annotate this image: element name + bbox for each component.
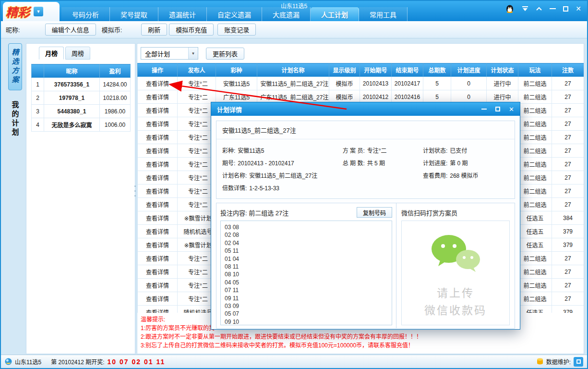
view-details-link[interactable]: 查看详情 xyxy=(138,158,178,171)
draw-numbers: 10 07 02 01 11 xyxy=(108,358,166,366)
view-details-link[interactable]: 查看详情 xyxy=(138,306,178,313)
detail-field-1-1: 彩种:安徽11选5 xyxy=(222,146,343,154)
ranking-row: 35448380_11986.00 xyxy=(32,105,131,118)
view-details-link[interactable]: 查看详情 xyxy=(138,279,178,292)
panel-splitter[interactable] xyxy=(133,170,136,211)
plan-publisher: 专注°二 xyxy=(178,117,216,131)
nav-tab-1[interactable]: 号码分析 xyxy=(61,7,110,21)
tray-icon[interactable] xyxy=(574,357,583,367)
collapse-up-icon[interactable] xyxy=(536,4,542,13)
bet-number-line: 09 11 xyxy=(225,295,388,302)
ranking-tabs: 月榜周榜 xyxy=(26,44,135,60)
plan-cell: 前二组选 xyxy=(518,184,552,198)
rank-number: 4 xyxy=(32,118,44,132)
ranking-table: 昵称盈利 1376573356_114284.002197978_110218.… xyxy=(31,64,131,132)
maximize-button[interactable] xyxy=(563,4,568,13)
recharge-button[interactable]: 模拟币充值 xyxy=(169,24,214,36)
view-details-link[interactable]: 查看详情 xyxy=(138,252,178,265)
plans-col-header: 计划状态 xyxy=(487,63,518,77)
rank-nickname[interactable]: 无敌是多么寂寞 xyxy=(44,118,100,132)
rank-nickname[interactable]: 5448380_1 xyxy=(44,105,100,118)
ranking-tab-2[interactable]: 周榜 xyxy=(65,47,90,60)
nav-tab-4[interactable]: 自定义遗漏 xyxy=(207,7,262,21)
dialog-maximize-button[interactable] xyxy=(495,107,500,111)
view-details-link[interactable]: 查看详情 xyxy=(138,184,178,198)
plan-cell: 384 xyxy=(552,211,584,225)
edit-profile-button[interactable]: 编辑个人信息 xyxy=(45,24,96,36)
refresh-button[interactable]: 刷新 xyxy=(141,24,167,36)
nav-tab-7[interactable]: 常用工具 xyxy=(359,7,408,21)
plan-cell: 27 xyxy=(552,131,584,144)
nav-tab-2[interactable]: 奖号提取 xyxy=(110,7,158,21)
nav-tab-6[interactable]: 人工计划 xyxy=(311,7,359,21)
view-details-link[interactable]: 查看详情 xyxy=(138,104,178,117)
window-controls: ✕ xyxy=(505,4,581,13)
view-details-link[interactable]: 查看详情 xyxy=(138,131,178,144)
view-details-link[interactable]: 查看详情 xyxy=(138,171,178,184)
view-details-link[interactable]: 查看详情 xyxy=(138,198,178,211)
plan-cell: 任选五 xyxy=(518,225,552,238)
dialog-close-button[interactable]: ✕ xyxy=(509,106,514,113)
rank-number: 2 xyxy=(32,91,44,105)
left-sidebar: 精选方案我的计划 xyxy=(5,43,24,142)
view-details-link[interactable]: 查看详情 xyxy=(138,77,178,90)
qq-avatar-icon[interactable] xyxy=(505,4,515,13)
minimize-button[interactable] xyxy=(550,4,556,13)
dropdown-menu-icon[interactable] xyxy=(522,4,528,13)
status-lottery-name: 山东11选5 xyxy=(15,357,41,366)
nav-tab-3[interactable]: 遗漏统计 xyxy=(158,7,207,21)
plan-cell: 0 xyxy=(451,77,487,90)
view-details-link[interactable]: 查看详情 xyxy=(138,211,178,225)
dialog-minimize-button[interactable] xyxy=(481,109,487,110)
close-button[interactable]: ✕ xyxy=(576,4,581,13)
plan-cell: 27 xyxy=(552,198,584,211)
view-details-link[interactable]: 查看详情 xyxy=(138,144,178,158)
detail-value: 安徽11选5_前二组选_27注 xyxy=(249,172,317,179)
bet-number-line: 03 08 xyxy=(225,223,388,231)
nav-tab-5[interactable]: 大底遗漏 xyxy=(262,7,311,21)
plan-publisher: 专注°二 xyxy=(178,158,216,171)
view-details-link[interactable]: 查看详情 xyxy=(138,117,178,131)
plan-filter-select[interactable]: 全部计划 ▼ xyxy=(141,47,198,60)
plan-cell: 27 xyxy=(552,184,584,198)
plan-publisher: 专注°二 xyxy=(178,77,216,90)
ranking-header-row: 昵称盈利 xyxy=(32,64,131,78)
bet-content-label: 投注内容: 前二组选 27注 xyxy=(220,208,288,217)
wechat-upload-box[interactable]: 请上传 微信收款码 xyxy=(401,221,510,325)
plan-publisher: 专注°二 xyxy=(178,265,216,279)
view-details-link[interactable]: 查看详情 xyxy=(138,90,178,104)
view-details-link[interactable]: 查看详情 xyxy=(138,225,178,238)
sidebar-item-2[interactable]: 我的计划 xyxy=(9,96,22,142)
plans-col-header: 总期数 xyxy=(423,63,451,77)
plan-cell: 前二组选 xyxy=(518,117,552,131)
detail-value: 第 0 期 xyxy=(450,160,468,167)
plan-publisher: 专注°二 xyxy=(178,131,216,144)
plan-cell: 任选五 xyxy=(518,306,552,313)
rank-profit: 10218.00 xyxy=(100,91,131,105)
plan-filter-value: 全部计划 xyxy=(145,49,170,58)
view-details-link[interactable]: 查看详情 xyxy=(138,292,178,306)
detail-label: 查看费用: xyxy=(423,172,447,179)
logo-dropdown-button[interactable]: ▼ xyxy=(34,7,43,16)
detail-label: 彩种: xyxy=(222,148,235,154)
copy-numbers-button[interactable]: 复制号码 xyxy=(357,207,392,218)
ranking-tab-1[interactable]: 月榜 xyxy=(39,47,64,60)
view-details-link[interactable]: 查看详情 xyxy=(138,238,178,252)
bet-number-line: 04 05 xyxy=(225,279,388,286)
detail-value: 268 模拟币 xyxy=(450,172,478,179)
rank-nickname[interactable]: 197978_1 xyxy=(44,91,100,105)
plan-cell: 27 xyxy=(552,104,584,117)
bet-numbers-list[interactable]: 03 0802 0802 0405 1101 0408 1108 1004 05… xyxy=(220,221,392,325)
update-list-button[interactable]: 更新列表 xyxy=(206,48,244,60)
bet-number-line: 01 04 xyxy=(225,255,388,263)
bet-number-line: 05 11 xyxy=(225,247,388,255)
sidebar-item-1[interactable]: 精选方案 xyxy=(8,43,22,90)
account-records-button[interactable]: 账变记录 xyxy=(217,24,256,36)
rank-nickname[interactable]: 376573356_1 xyxy=(44,78,100,91)
plan-cell: 模拟币 xyxy=(329,77,360,90)
ranking-row: 1376573356_114284.00 xyxy=(32,78,131,91)
view-details-link[interactable]: 查看详情 xyxy=(138,265,178,279)
ranking-col-header: 昵称 xyxy=(44,64,100,78)
ranking-row: 4无敌是多么寂寞1006.00 xyxy=(32,118,131,132)
plan-publisher: 专注°二 xyxy=(178,252,216,265)
